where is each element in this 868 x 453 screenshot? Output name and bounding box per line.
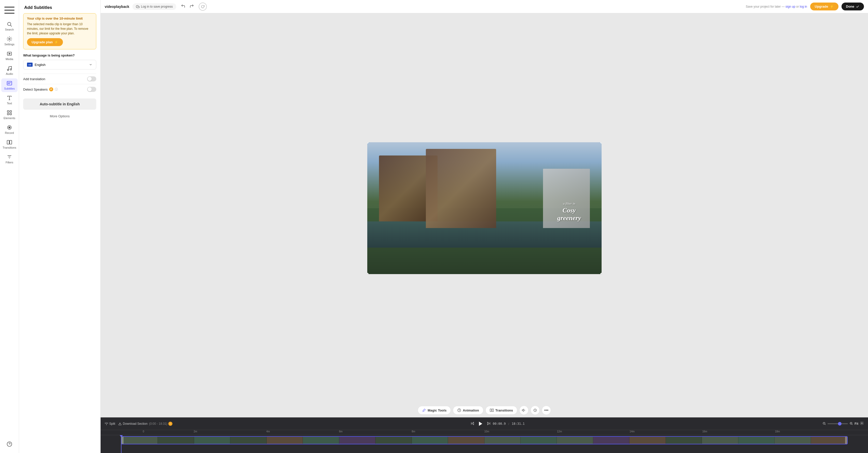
ruler-mark-0: 0 (143, 430, 145, 433)
svg-point-20 (9, 127, 10, 128)
sidebar: Search Settings Media Audio Subtitles (0, 0, 19, 453)
zoom-controls: Fit (823, 421, 864, 426)
undo-button[interactable] (179, 2, 187, 11)
svg-rect-21 (7, 140, 9, 144)
animation-label: Animation (463, 409, 479, 412)
hamburger-button[interactable] (1, 2, 18, 18)
transitions-label: Transitions (495, 409, 513, 412)
speed-button[interactable] (530, 406, 540, 415)
timeline-controls: Split Download Section (0:00 - 18:31) ! (101, 418, 868, 430)
download-section-button[interactable]: Download Section (0:00 - 18:31) ! (118, 422, 173, 426)
done-label: Done (846, 5, 855, 8)
overlay-small: a filter in (557, 201, 581, 206)
transitions-toolbar-button[interactable]: Transitions (486, 406, 517, 415)
thumb-16 (666, 437, 702, 444)
sidebar-item-settings[interactable]: Settings (1, 34, 18, 48)
sign-up-link[interactable]: sign up (785, 5, 796, 8)
sidebar-label-filters: Filters (6, 161, 13, 164)
thumb-5 (267, 437, 303, 444)
magic-tools-button[interactable]: Magic Tools (418, 406, 451, 415)
upgrade-button[interactable]: Upgrade ⚡ (810, 3, 838, 10)
playback-controls: 00:00.9 / 18:31.1 (470, 420, 525, 428)
sidebar-item-audio[interactable]: Audio (1, 64, 18, 77)
svg-point-8 (7, 69, 9, 71)
svg-rect-15 (7, 111, 9, 112)
sidebar-item-text[interactable]: Text (1, 93, 18, 107)
log-in-link[interactable]: log in (800, 5, 807, 8)
redo-icon (189, 4, 194, 8)
thumb-6 (303, 437, 339, 444)
svg-rect-10 (7, 82, 12, 85)
zoom-slider[interactable] (828, 423, 848, 424)
animation-button[interactable]: Animation (453, 406, 484, 415)
detect-speakers-toggle[interactable] (87, 87, 96, 92)
thumb-18 (738, 437, 775, 444)
skip-back-button[interactable] (470, 421, 474, 426)
more-options-button[interactable]: More Options (23, 112, 96, 121)
panel-title: Add Subtitles (19, 0, 100, 13)
video-frame: a filter in Cosygreenery (101, 13, 868, 403)
sidebar-item-filters[interactable]: Filters (1, 152, 18, 166)
warning-text: The selected media clip is longer than 1… (27, 22, 92, 36)
flag-icon: US (27, 63, 33, 67)
skip-forward-button[interactable] (487, 421, 491, 426)
settings-gear-icon (860, 421, 864, 425)
thumbnail-strip (122, 437, 847, 444)
ruler-mark-6m: 6m (339, 430, 343, 433)
add-translation-row: Add translation (23, 73, 96, 84)
timeline-area: Split Download Section (0:00 - 18:31) ! (101, 417, 868, 453)
playhead[interactable] (121, 435, 122, 453)
fit-button[interactable]: Fit (855, 422, 858, 425)
fit-label: Fit (855, 422, 858, 425)
filters-icon (7, 154, 12, 160)
volume-button[interactable] (519, 406, 528, 415)
svg-marker-7 (9, 53, 10, 55)
sidebar-item-record[interactable]: Record (1, 123, 18, 136)
skip-forward-icon (487, 421, 491, 425)
zoom-out-button[interactable] (823, 422, 826, 426)
timeline-settings-button[interactable] (860, 421, 864, 426)
sidebar-item-transitions[interactable]: Transitions (1, 137, 18, 151)
sidebar-item-subtitles[interactable]: Subtitles (1, 78, 18, 92)
thumb-11 (485, 437, 521, 444)
info-icon[interactable]: ⓘ (55, 87, 58, 92)
text-icon (7, 95, 12, 101)
zoom-out-icon (823, 422, 826, 425)
auto-subtitle-button[interactable]: Auto-subtitle in English (23, 98, 96, 110)
thumb-9 (412, 437, 448, 444)
ruler-mark-18m: 18m (775, 430, 780, 433)
sidebar-item-help[interactable] (1, 439, 18, 449)
subtitles-panel: Add Subtitles Your clip is over the 10-m… (19, 0, 101, 453)
download-range: (0:00 - 18:31) (149, 422, 167, 425)
sidebar-item-search[interactable]: Search (1, 19, 18, 33)
svg-point-5 (9, 38, 10, 40)
detect-speakers-row: Detect Speakers P ⓘ (23, 84, 96, 94)
split-label: Split (109, 422, 115, 425)
split-button[interactable]: Split (105, 422, 115, 425)
play-button[interactable] (476, 420, 485, 428)
thumb-2 (158, 437, 194, 444)
track-handle-left[interactable] (122, 437, 124, 444)
language-label: What language is being spoken? (23, 54, 96, 57)
zoom-in-button[interactable] (849, 422, 853, 426)
video-container: a filter in Cosygreenery Magic Tools (101, 13, 868, 417)
track-handle-right[interactable] (845, 437, 847, 444)
thumb-13 (557, 437, 593, 444)
upgrade-plan-button[interactable]: Upgrade plan ⚡ (27, 38, 63, 46)
auto-subtitle-label: Auto-subtitle in English (40, 102, 80, 106)
add-translation-label: Add translation (23, 77, 45, 81)
svg-rect-17 (7, 113, 9, 115)
save-progress-button[interactable]: Log in to save progress (132, 3, 177, 10)
svg-marker-38 (472, 422, 474, 425)
thumb-12 (521, 437, 557, 444)
language-dropdown[interactable]: US English (23, 60, 96, 69)
more-options-label: More Options (50, 114, 69, 118)
redo-button[interactable] (188, 2, 196, 11)
warning-box: Your clip is over the 10-minute limit Th… (23, 13, 96, 50)
done-button[interactable]: Done (841, 3, 864, 10)
sidebar-item-media[interactable]: Media (1, 49, 18, 63)
add-translation-toggle[interactable] (87, 76, 96, 82)
more-options-toolbar-button[interactable]: ••• (542, 406, 551, 415)
sidebar-item-elements[interactable]: Elements (1, 108, 18, 122)
download-label: Download Section (123, 422, 148, 425)
